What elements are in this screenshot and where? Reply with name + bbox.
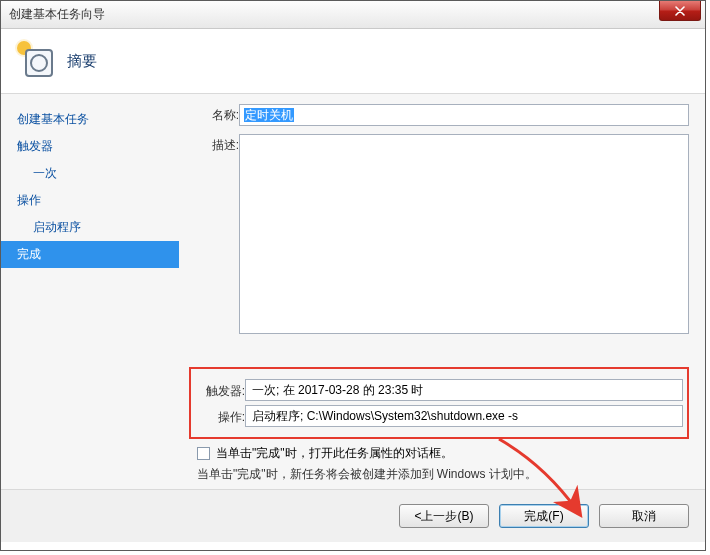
trigger-label: 触发器: [195,380,245,400]
open-properties-checkbox[interactable] [197,447,210,460]
window-title: 创建基本任务向导 [9,6,105,23]
open-properties-row[interactable]: 当单击"完成"时，打开此任务属性的对话框。 [193,445,685,462]
footer: <上一步(B) 完成(F) 取消 [1,490,705,542]
desc-label: 描述: [189,134,239,154]
header: 摘要 [1,29,705,94]
wizard-steps-sidebar: 创建基本任务 触发器 一次 操作 启动程序 完成 [1,94,179,489]
action-label: 操作: [195,406,245,426]
summary-highlight-box: 触发器: 一次; 在 2017-03-28 的 23:35 时 操作: 启动程序… [189,367,689,439]
main-pane: 名称: 定时关机 描述: 触发器: 一次; 在 2017-03-28 的 23:… [179,94,705,489]
desc-row: 描述: [189,134,689,353]
cancel-button[interactable]: 取消 [599,504,689,528]
titlebar: 创建基本任务向导 [1,1,705,29]
action-summary-row: 操作: 启动程序; C:\Windows\System32\shutdown.e… [195,405,683,427]
back-button[interactable]: <上一步(B) [399,504,489,528]
name-label: 名称: [189,104,239,124]
body: 创建基本任务 触发器 一次 操作 启动程序 完成 名称: 定时关机 描述: 触发… [1,94,705,490]
sidebar-item-create-task[interactable]: 创建基本任务 [1,106,179,133]
trigger-summary-row: 触发器: 一次; 在 2017-03-28 的 23:35 时 [195,379,683,401]
sidebar-item-trigger[interactable]: 触发器 [1,133,179,160]
action-value[interactable]: 启动程序; C:\Windows\System32\shutdown.exe -… [245,405,683,427]
task-scheduler-icon [21,45,53,77]
name-row: 名称: 定时关机 [189,104,689,126]
finish-info-text: 当单击"完成"时，新任务将会被创建并添加到 Windows 计划中。 [193,466,685,483]
desc-input[interactable] [239,134,689,334]
sidebar-item-once[interactable]: 一次 [1,160,179,187]
open-properties-label: 当单击"完成"时，打开此任务属性的对话框。 [216,445,453,462]
sidebar-item-finish[interactable]: 完成 [1,241,179,268]
sidebar-item-start-program[interactable]: 启动程序 [1,214,179,241]
finish-button[interactable]: 完成(F) [499,504,589,528]
page-title: 摘要 [67,52,97,71]
bottom-info: 当单击"完成"时，打开此任务属性的对话框。 当单击"完成"时，新任务将会被创建并… [189,439,689,483]
wizard-window: 创建基本任务向导 摘要 创建基本任务 触发器 一次 操作 启动程序 完成 名称: [0,0,706,551]
name-input[interactable]: 定时关机 [239,104,689,126]
close-icon [675,6,685,16]
close-button[interactable] [659,1,701,21]
sidebar-item-action[interactable]: 操作 [1,187,179,214]
trigger-value[interactable]: 一次; 在 2017-03-28 的 23:35 时 [245,379,683,401]
